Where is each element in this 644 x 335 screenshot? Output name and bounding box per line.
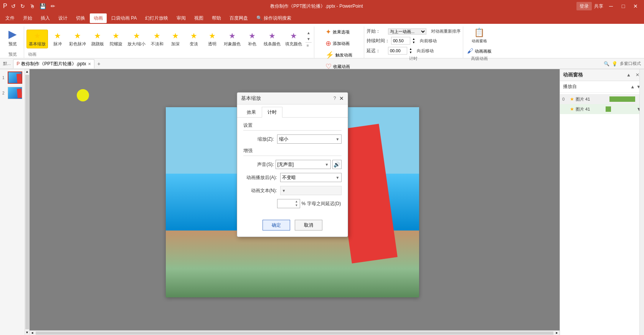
animation-lighten[interactable]: ★ 变淡 xyxy=(185,30,203,48)
ribbon-group-advanced: ✦ 效果选项 ⊕ 添加动画 ⚡ 触发动画 ♡ 收藏动画 高级动画 xyxy=(314,27,364,58)
animation-seesaw[interactable]: ★ 跷跷板 xyxy=(89,30,106,48)
scroll-track xyxy=(25,75,29,329)
print-icon[interactable]: 💾 xyxy=(38,2,48,10)
slide-thumb-2[interactable]: 2 xyxy=(2,86,23,100)
duration-up-arrow[interactable]: ▲ xyxy=(412,37,415,41)
preview-button[interactable]: ▶ 预览 xyxy=(4,27,21,48)
multiwindow-button[interactable]: 多窗口模式 xyxy=(620,61,641,66)
panel-expand-icon[interactable]: ▲ xyxy=(625,71,632,78)
animation-pane-button[interactable]: 📋 动画窗格 xyxy=(468,27,491,45)
slide-num-2: 2 xyxy=(2,91,6,95)
percent-spinner[interactable]: ▲ ▼ xyxy=(277,199,300,208)
zoom-select[interactable]: 缩小 ▼ xyxy=(277,134,342,144)
menu-design[interactable]: 设计 xyxy=(54,13,71,23)
animation-desaturate[interactable]: ★ 不淡和 xyxy=(148,30,166,48)
close-button[interactable]: ✕ xyxy=(630,2,641,10)
save-icon[interactable]: ↺ xyxy=(10,2,17,10)
animation-complement-color[interactable]: ★ 补色 xyxy=(243,30,261,48)
menu-insert[interactable]: 插入 xyxy=(37,13,54,23)
trigger-animation-button[interactable]: ⚡ 触发动画 xyxy=(324,50,354,60)
after-anim-select[interactable]: 不变暗 ▼ xyxy=(280,173,342,182)
title-bar-right: 登录 共享 ─ □ ✕ xyxy=(576,2,641,10)
animation-darken[interactable]: ★ 加深 xyxy=(167,30,184,48)
dialog-close-button[interactable]: ✕ xyxy=(339,95,344,101)
animation-transparent[interactable]: ★ 透明 xyxy=(203,30,221,48)
lightbulb-icon[interactable]: 💡 xyxy=(612,61,618,66)
spinner-down[interactable]: ▼ xyxy=(295,204,298,207)
slide-image-2[interactable] xyxy=(8,87,22,99)
percent-row: ▲ ▼ % 字母之间延迟(D) xyxy=(277,199,342,208)
dialog-help-icon[interactable]: ? xyxy=(334,96,336,101)
animation-gyroscope[interactable]: ★ 陀螺旋 xyxy=(107,30,125,48)
bottom-scrollbar: ◄ ► xyxy=(30,330,560,335)
effects-options-button[interactable]: ✦ 效果选项 xyxy=(324,27,354,37)
share-button[interactable]: 共享 xyxy=(593,2,604,10)
star-icon: ★ xyxy=(290,31,297,40)
slide-image-1[interactable] xyxy=(8,71,22,84)
menu-file[interactable]: 文件 xyxy=(2,13,18,23)
animation-painter-button[interactable]: 🖌 动画画板 xyxy=(466,46,493,56)
slide-thumb-1[interactable]: 1 xyxy=(2,71,23,85)
menu-baidu[interactable]: 百度网盘 xyxy=(226,13,252,23)
timeline-num-header: 0 xyxy=(562,97,568,101)
menu-slideshow[interactable]: 幻灯片放映 xyxy=(141,13,172,23)
ok-button[interactable]: 确定 xyxy=(263,220,290,231)
animation-line-color[interactable]: ★ 线条颜色 xyxy=(262,30,282,48)
animate-text-arrow-icon: ▼ xyxy=(282,189,286,193)
maximize-button[interactable]: □ xyxy=(618,2,629,10)
more-icon[interactable]: ✏ xyxy=(49,2,57,10)
add-animation-button[interactable]: ⊕ 添加动画 xyxy=(324,38,354,49)
animation-fill-color[interactable]: ★ 填充颜色 xyxy=(283,30,304,48)
menu-view[interactable]: 视图 xyxy=(190,13,207,23)
animation-pane-label: 动画窗格 xyxy=(472,38,487,44)
ribbon: ▶ 预览 预览 ★ 基本缩放 ★ 脉冲 ★ 彩色脉冲 xyxy=(0,24,644,58)
move-forward-label: 向前移动 xyxy=(420,38,437,44)
animation-basic-zoom[interactable]: ★ 基本缩放 xyxy=(26,30,48,48)
search-icon[interactable]: 🔍 xyxy=(604,61,609,66)
panel-up-btn[interactable]: ▲ xyxy=(630,84,635,90)
animation-color-pulse[interactable]: ★ 彩色脉冲 xyxy=(67,30,88,48)
dialog-title-bar: 基本缩放 ? ✕ xyxy=(237,93,348,104)
tab-presentation[interactable]: P 教你制作《PPT图片轮播》.pptx ✕ xyxy=(13,59,94,68)
animation-label: 透明 xyxy=(208,41,216,47)
animation-pulse[interactable]: ★ 脉冲 xyxy=(49,30,66,48)
play-from-button[interactable]: 播放自 xyxy=(563,83,577,90)
search-box[interactable]: 🔍操作说明搜索 xyxy=(253,13,295,23)
dialog-tab-effect[interactable]: 效果 xyxy=(241,107,262,118)
menu-help[interactable]: 帮助 xyxy=(208,13,225,23)
timeline-row-1[interactable]: ★ 图片 41 ▼ xyxy=(560,104,644,114)
duration-input[interactable] xyxy=(391,37,410,45)
menu-pocket-animation[interactable]: 口袋动画 PA xyxy=(107,13,140,23)
animation-object-color[interactable]: ★ 对象颜色 xyxy=(222,30,243,48)
delay-down-arrow[interactable]: ▼ xyxy=(409,51,412,54)
scroll-up-btn[interactable]: ▲ xyxy=(25,69,29,74)
redo-icon[interactable]: ↻ xyxy=(19,2,26,10)
animation-label: 线条颜色 xyxy=(264,41,281,47)
spinner-up[interactable]: ▲ xyxy=(295,200,298,204)
menu-home[interactable]: 开始 xyxy=(19,13,36,23)
scroll-down-btn[interactable]: ▼ xyxy=(25,330,29,335)
dialog-tab-timing[interactable]: 计时 xyxy=(262,107,282,118)
duration-down-arrow[interactable]: ▼ xyxy=(412,41,415,44)
mouse-icon[interactable]: 🖱 xyxy=(28,2,36,10)
star-icon: ★ xyxy=(154,31,160,40)
preview-label: 预览 xyxy=(8,41,17,47)
timeline-label-header: 图片 41 xyxy=(576,96,608,102)
minimize-button[interactable]: ─ xyxy=(606,2,616,10)
add-tab-button[interactable]: + xyxy=(95,60,103,68)
delay-up-arrow[interactable]: ▲ xyxy=(409,47,412,51)
animation-grow-shrink[interactable]: ★ 放大/缩小 xyxy=(125,30,147,48)
scroll-right-btn[interactable]: ► xyxy=(554,330,560,335)
register-button[interactable]: 登录 xyxy=(576,2,592,10)
tab-close-icon[interactable]: ✕ xyxy=(88,62,91,66)
scroll-left-btn[interactable]: ◄ xyxy=(30,330,35,335)
animation-panel: 动画窗格 ▲ ✕ 播放自 ▲ ▼ 0 ★ 图片 41 xyxy=(560,69,644,335)
start-select[interactable]: 与上一动画... xyxy=(388,28,426,35)
sound-play-button[interactable]: 🔊 xyxy=(332,160,342,169)
menu-review[interactable]: 审阅 xyxy=(173,13,190,23)
delay-input[interactable] xyxy=(388,47,407,55)
sound-select[interactable]: [无声音] ▼ xyxy=(276,160,331,169)
cancel-button[interactable]: 取消 xyxy=(295,220,322,231)
menu-animations[interactable]: 动画 xyxy=(90,13,107,23)
menu-transitions[interactable]: 切换 xyxy=(72,13,89,23)
